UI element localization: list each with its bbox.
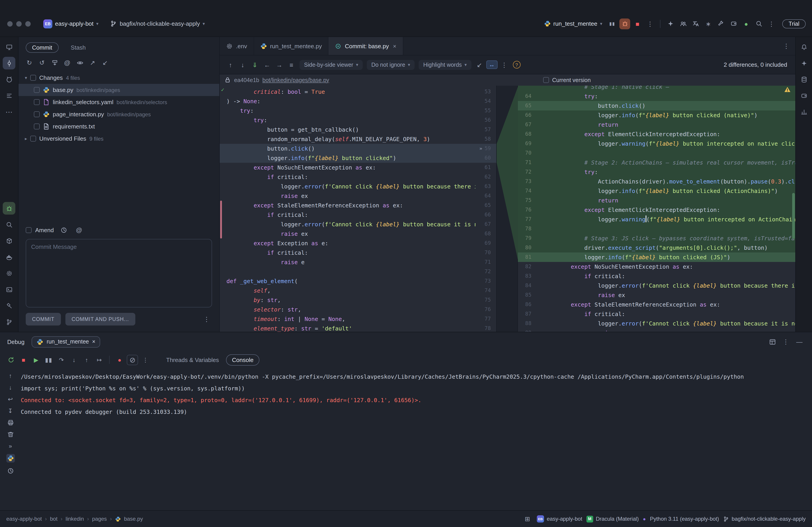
more-toolbar-icon[interactable]: ⋮ (766, 18, 777, 29)
line-number[interactable]: 79 (518, 234, 538, 243)
code-line[interactable]: 80 driver.execute_script("arguments[0].c… (518, 243, 795, 253)
chevron-right-icon[interactable]: ▸ (25, 136, 27, 141)
code-line[interactable]: 66 logger.info(f"{label} button clicked … (518, 110, 795, 120)
code-line[interactable]: 82 except NoSuchElementException as ex: (518, 262, 795, 271)
code-line[interactable]: raise ex68 (220, 229, 496, 239)
close-window-button[interactable] (7, 21, 13, 26)
next-change-icon[interactable]: ↓ (237, 59, 248, 70)
code-line[interactable]: critical: bool = True53 (220, 87, 496, 96)
dependencies-tool-icon[interactable] (798, 89, 810, 102)
breadcrumb-item[interactable]: base.py (124, 516, 143, 522)
breadcrumb-item[interactable]: bot (50, 516, 57, 522)
code-line[interactable]: 88 logger.error(f'Cannot click {label} b… (518, 319, 795, 328)
changes-checkbox[interactable] (30, 75, 36, 81)
interpreter-widget[interactable]: Python 3.11 (easy-apply-bot) (650, 516, 719, 522)
chevron-down-icon[interactable]: ▾ (25, 75, 27, 80)
structure-tool-icon[interactable] (3, 89, 15, 102)
line-number[interactable]: 65 (518, 101, 538, 110)
line-number[interactable]: 60 (476, 153, 496, 163)
pause-icon[interactable]: ▮▮ (43, 354, 54, 365)
line-number[interactable]: 76 (476, 305, 496, 314)
code-line[interactable]: by: str,75 (220, 295, 496, 305)
code-line[interactable]: 85 raise ex (518, 290, 795, 300)
close-session-icon[interactable]: × (92, 338, 96, 345)
line-number[interactable]: 85 (518, 290, 538, 300)
line-number[interactable]: 71 (476, 257, 496, 267)
line-number[interactable]: 64 (518, 91, 538, 101)
find-tool-icon[interactable] (3, 218, 15, 231)
code-line[interactable]: 68 except ElementClickInterceptedExcepti… (518, 130, 795, 139)
pause-button[interactable]: ▮▮ (607, 18, 618, 29)
code-line[interactable]: try:55 (220, 106, 496, 116)
line-number[interactable] (518, 86, 538, 91)
file-checkbox[interactable] (34, 111, 40, 117)
line-number[interactable]: 77 (476, 314, 496, 324)
current-version-checkbox[interactable] (543, 77, 549, 83)
line-number[interactable]: 69 (476, 239, 496, 248)
resume-icon[interactable]: ▶ (31, 354, 42, 365)
tab-stash[interactable]: Stash (65, 43, 92, 52)
ai-assistant-icon[interactable] (665, 18, 676, 29)
collapse-all-icon[interactable]: ↙ (100, 57, 111, 68)
line-number[interactable]: 61 (476, 163, 496, 172)
line-number[interactable]: 66 (518, 110, 538, 120)
expand-all-icon[interactable]: ↗ (87, 57, 98, 68)
commit-button[interactable]: COMMIT (26, 313, 61, 326)
command-prompt-icon[interactable]: » (5, 442, 16, 450)
code-line[interactable]: 78 (518, 224, 795, 234)
debug-tool-icon[interactable] (3, 202, 15, 215)
line-number[interactable]: 66 (476, 210, 496, 220)
unversioned-checkbox[interactable] (30, 136, 36, 141)
stop-button[interactable]: ■ (632, 18, 643, 29)
code-line[interactable]: 69 logger.warning(f"{label} button inter… (518, 139, 795, 148)
code-line[interactable]: 84 logger.error(f'Cannot click {label} b… (518, 281, 795, 290)
code-line[interactable]: 65 button.click() (518, 101, 795, 110)
layout-settings-icon[interactable] (767, 336, 778, 347)
trial-badge[interactable]: Trial (782, 19, 806, 28)
commit-author-icon[interactable]: @ (74, 225, 84, 235)
commit-and-push-button[interactable]: COMMIT AND PUSH... (65, 313, 135, 326)
code-line[interactable]: 72 (220, 267, 496, 276)
step-over-icon[interactable]: ↷ (56, 354, 67, 365)
code-line[interactable]: button.click()»59 (220, 144, 496, 153)
project-widget[interactable]: EB easy-apply-bot (537, 515, 582, 523)
line-number[interactable]: 75 (518, 196, 538, 205)
tab-run-test-mentee[interactable]: run_test_mentee.py (254, 37, 329, 55)
line-number[interactable]: 71 (518, 158, 538, 167)
code-line[interactable]: def _get_web_element(73 (220, 276, 496, 286)
code-line[interactable]: selector: str,76 (220, 305, 496, 314)
line-number[interactable]: 82 (518, 262, 538, 271)
code-line[interactable]: 72 try: (518, 167, 795, 177)
file-checkbox[interactable] (34, 87, 40, 93)
line-number[interactable]: 54 (476, 96, 496, 106)
code-line[interactable]: 73 ActionChains(driver).move_to_element(… (518, 177, 795, 186)
tab-threads-variables[interactable]: Threads & Variables (161, 355, 224, 365)
code-line[interactable]: 79 # Stage 3: JS click — bypasses coordi… (518, 234, 795, 243)
step-into-icon[interactable]: ↓ (69, 354, 79, 365)
python-console-icon[interactable] (6, 454, 15, 463)
ai-assistant-tool-icon[interactable] (798, 57, 810, 70)
code-line[interactable]: # Stage 1: native click — (518, 86, 795, 91)
line-number[interactable]: 72 (518, 167, 538, 177)
profiler-tool-icon[interactable] (798, 105, 810, 118)
docker-tool-icon[interactable] (3, 251, 15, 263)
code-line[interactable]: raise e71 (220, 257, 496, 267)
line-number[interactable]: 53 (476, 87, 496, 96)
code-line[interactable]: try:56 (220, 116, 496, 125)
code-line[interactable]: except StaleElementReferenceException as… (220, 201, 496, 210)
run-to-cursor-icon[interactable]: ↦ (94, 354, 105, 365)
python-packages-tool-icon[interactable] (3, 235, 15, 247)
line-number[interactable]: 78 (476, 324, 496, 332)
build-tool-icon[interactable] (3, 299, 15, 312)
line-number[interactable]: 57 (476, 125, 496, 134)
line-number[interactable]: 73 (518, 177, 538, 186)
grid-icon[interactable]: ⊞ (522, 513, 533, 524)
translate-icon[interactable] (690, 18, 701, 29)
terminal-tool-icon[interactable] (3, 283, 15, 296)
breadcrumb-item[interactable]: easy-apply-bot (6, 516, 42, 522)
commit-history-icon[interactable] (58, 225, 69, 235)
code-line[interactable]: logger.info(f"{label} button clicked")60 (220, 153, 496, 163)
line-number[interactable]: 80 (518, 243, 538, 253)
line-number[interactable]: 56 (476, 116, 496, 125)
file-row[interactable]: base.pybot/linkedin/pages (18, 84, 219, 96)
